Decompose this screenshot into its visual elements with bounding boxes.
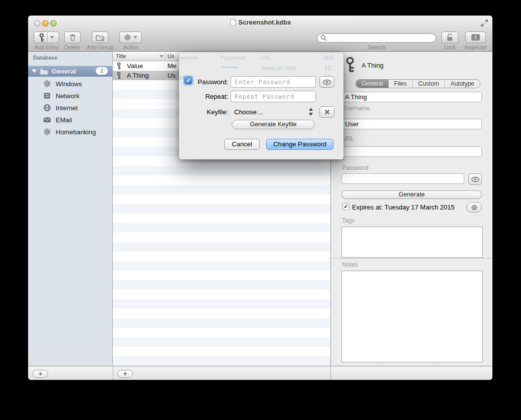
key-icon — [116, 62, 121, 70]
generate-password-button[interactable]: Generate — [341, 190, 482, 199]
username-label: Username — [342, 105, 370, 112]
add-entry-plus-button[interactable]: + — [117, 370, 133, 378]
disclosure-triangle-icon[interactable] — [32, 70, 37, 73]
lock-button[interactable] — [441, 32, 458, 43]
expires-settings-button[interactable] — [466, 202, 482, 213]
search-icon — [320, 35, 327, 41]
sidebar-group-general[interactable]: General 2 — [28, 66, 113, 77]
clear-keyfile-button[interactable] — [319, 106, 334, 118]
server-icon — [43, 92, 51, 100]
chevron-down-icon — [133, 36, 137, 39]
cancel-button[interactable]: Cancel — [224, 139, 260, 150]
inspector-label: Inspector — [460, 44, 491, 50]
dialog-keyfile-label: Keyfile: — [184, 108, 228, 116]
inspector-entry-title: A Thing — [362, 62, 384, 69]
sidebar-item-homebanking[interactable]: Homebanking — [28, 126, 113, 138]
entry-title-cell: A Thing — [127, 72, 149, 79]
entry-username-cell: Us — [167, 72, 176, 79]
sidebar-item-email[interactable]: EMail — [28, 114, 113, 126]
add-group-label: Add Group — [84, 44, 116, 50]
group-count-badge: 2 — [96, 67, 108, 75]
tags-label: Tags — [342, 217, 355, 224]
divider — [330, 366, 331, 380]
entry-username-cell: Me — [167, 62, 177, 70]
key-icon — [116, 72, 121, 79]
add-group-button[interactable] — [92, 32, 108, 43]
url-field[interactable] — [341, 146, 482, 157]
sidebar: Database General 2 Windows — [28, 52, 113, 366]
sidebar-item-label: Internet — [56, 104, 78, 112]
stepper-icon[interactable] — [308, 107, 314, 116]
dialog-password-input[interactable] — [231, 76, 316, 88]
sidebar-section-header: Database — [33, 55, 58, 61]
column-header-title[interactable]: Title — [116, 53, 126, 59]
folder-plus-icon — [96, 34, 104, 41]
section-divider — [331, 258, 492, 259]
tab-autotype[interactable]: Autotype — [444, 80, 479, 88]
sidebar-item-label: Homebanking — [56, 128, 96, 136]
delete-label: Delete — [60, 44, 85, 50]
add-group-plus-button[interactable]: + — [33, 370, 48, 378]
key-icon — [344, 55, 356, 74]
notes-input[interactable] — [341, 271, 483, 362]
column-header-username[interactable]: Us — [167, 53, 174, 59]
lock-label: Lock — [437, 44, 462, 50]
show-password-button[interactable] — [468, 173, 482, 185]
expires-checkbox[interactable]: ✓ — [342, 203, 350, 210]
change-password-button[interactable]: Change Password — [266, 139, 333, 150]
envelope-icon — [43, 116, 51, 124]
username-field[interactable] — [341, 119, 482, 129]
add-entry-button[interactable] — [34, 32, 59, 43]
window-title: Screenshot.kdbx — [28, 19, 492, 27]
chevron-down-icon — [50, 36, 54, 39]
sidebar-item-internet[interactable]: Internet — [28, 102, 113, 114]
show-password-button[interactable] — [319, 76, 334, 88]
column-separator[interactable] — [165, 53, 165, 60]
faded-header-url: URL — [261, 55, 272, 61]
search-input[interactable] — [317, 33, 436, 43]
screenshot-background: Screenshot.kdbx Add Entry — [0, 0, 521, 420]
dialog-repeat-label: Repeat: — [184, 93, 228, 100]
change-password-dialog: ername Password URL Mod… •••••••• www.ur… — [179, 53, 343, 159]
document-icon — [230, 19, 236, 26]
action-button[interactable] — [119, 32, 142, 43]
password-field[interactable] — [341, 173, 464, 184]
gear-icon — [43, 128, 51, 136]
dialog-repeat-input[interactable] — [231, 91, 316, 102]
sidebar-item-label: Network — [56, 92, 80, 100]
sort-descending-icon — [159, 55, 163, 58]
inspector-button[interactable]: i — [465, 32, 486, 43]
sidebar-group-label: General — [52, 68, 76, 75]
faded-header-username: ername — [180, 55, 198, 61]
app-window: Screenshot.kdbx Add Entry — [28, 16, 492, 380]
bottom-bar: + + — [28, 366, 492, 380]
folder-icon — [40, 68, 48, 75]
sidebar-item-network[interactable]: Network — [28, 90, 113, 102]
key-icon — [39, 33, 45, 42]
delete-button[interactable] — [64, 32, 81, 43]
trash-icon — [69, 34, 76, 41]
faded-row-password: •••••••• — [221, 64, 238, 71]
tab-general[interactable]: General — [356, 80, 389, 88]
add-entry-label: Add Entry — [32, 44, 61, 50]
sidebar-item-windows[interactable]: Windows — [28, 78, 113, 90]
divider — [113, 366, 113, 380]
button-separator — [47, 32, 48, 43]
globe-icon — [43, 104, 51, 112]
fullscreen-icon[interactable] — [480, 19, 488, 27]
faded-row-modified: 15… — [324, 65, 337, 72]
faded-header-password: Password — [221, 55, 245, 61]
tab-files[interactable]: Files — [389, 80, 412, 88]
tab-custom[interactable]: Custom — [412, 80, 444, 88]
keyfile-popup[interactable]: Choose… — [234, 108, 263, 116]
title-field[interactable] — [341, 92, 482, 102]
faded-row-url: www.url.com — [262, 65, 296, 72]
info-icon: i — [471, 34, 480, 41]
generate-keyfile-button[interactable]: Generate Keyfile — [232, 120, 315, 129]
action-label: Action — [118, 44, 143, 50]
sidebar-item-label: Windows — [56, 80, 82, 88]
notes-label: Notes — [342, 261, 358, 268]
gear-icon — [124, 34, 131, 41]
sidebar-item-label: EMail — [56, 116, 72, 124]
tags-input[interactable] — [341, 227, 483, 258]
